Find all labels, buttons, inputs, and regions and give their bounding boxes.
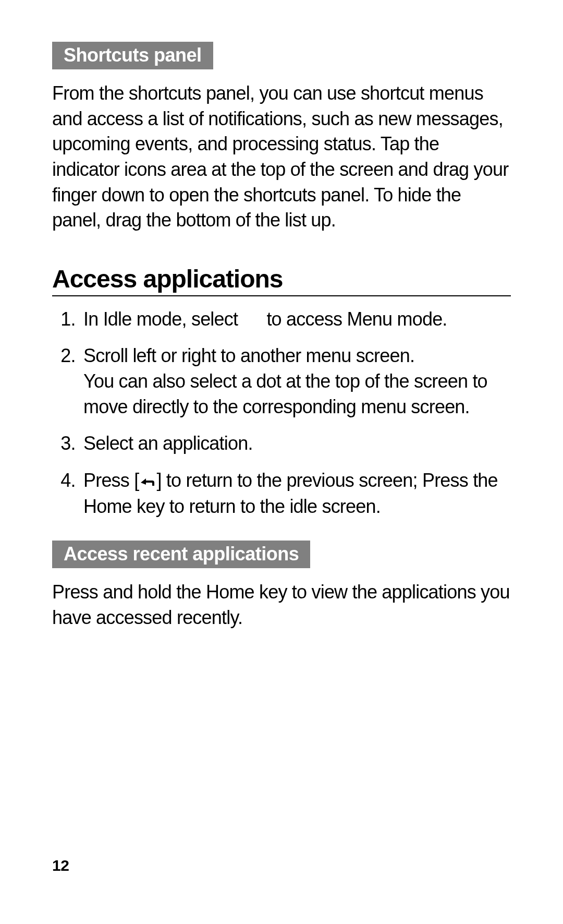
ordered-steps-list: In Idle mode, select to access Menu mode… <box>52 307 511 520</box>
subheading-shortcuts-panel: Shortcuts panel <box>52 42 213 69</box>
paragraph-shortcuts-panel: From the shortcuts panel, you can use sh… <box>52 81 511 233</box>
list-item: Scroll left or right to another menu scr… <box>80 343 511 419</box>
list-item: Press [] to return to the previous scree… <box>80 468 511 520</box>
back-arrow-icon <box>139 469 156 495</box>
page-number: 12 <box>52 857 69 874</box>
list-item: In Idle mode, select to access Menu mode… <box>80 307 511 332</box>
list-item: Select an application. <box>80 431 511 457</box>
subheading-access-recent: Access recent applications <box>52 541 310 568</box>
step-text: You can also select a dot at the top of … <box>83 370 487 417</box>
step-text: Press [ <box>83 470 139 491</box>
step-text: Select an application. <box>83 433 253 454</box>
step-text: to access Menu mode. <box>262 308 447 330</box>
paragraph-access-recent: Press and hold the Home key to view the … <box>52 580 511 630</box>
step-text: In Idle mode, select <box>83 308 242 330</box>
manual-page: Shortcuts panel From the shortcuts panel… <box>0 0 563 924</box>
step-text: Scroll left or right to another menu scr… <box>83 345 414 366</box>
heading-access-applications: Access applications <box>52 265 511 296</box>
